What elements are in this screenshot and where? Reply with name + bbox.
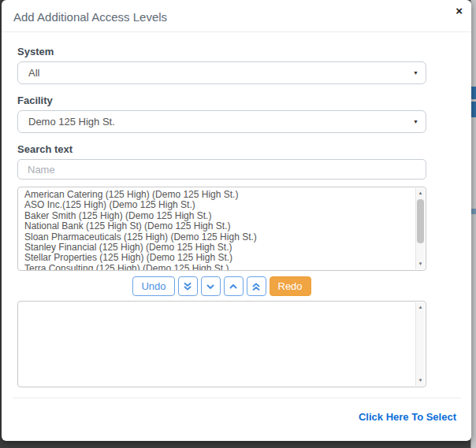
list-item[interactable]: Stanley Financial (125 High) (Demo 125 H…: [24, 243, 415, 253]
page-behind-modal-strip: [470, 0, 476, 448]
facility-select-value: Demo 125 High St.: [28, 116, 115, 128]
chevron-up-icon: [229, 282, 238, 291]
page-behind-blue-block: [470, 102, 476, 117]
dialog-footer: Click Here To Select: [13, 398, 461, 441]
list-item[interactable]: ASO Inc.(125 High) (Demo 125 High St.): [24, 200, 415, 210]
list-item[interactable]: Sloan Pharmaceuticals (125 High) (Demo 1…: [24, 232, 415, 243]
dialog-header: Add Additional Access Levels ×: [2, 0, 471, 32]
list-item[interactable]: Stellar Properties (125 High) (Demo 125 …: [24, 253, 415, 263]
facility-field-group: Facility Demo 125 High St. ▼: [17, 94, 426, 133]
scroll-up-icon[interactable]: ▲: [416, 303, 425, 312]
facility-select[interactable]: Demo 125 High St. ▼: [17, 110, 426, 133]
system-field-group: System All ▼: [17, 46, 426, 84]
undo-button[interactable]: Undo: [132, 276, 174, 296]
list-item[interactable]: Terra Consulting (125 High) (Demo 125 Hi…: [24, 264, 415, 271]
selected-access-levels-list[interactable]: ▲ ▼: [17, 301, 426, 387]
scroll-down-icon[interactable]: ▼: [416, 260, 425, 268]
chevron-down-icon: [206, 282, 215, 291]
move-up-button[interactable]: [224, 276, 244, 296]
close-icon[interactable]: ×: [456, 4, 463, 18]
search-label: Search text: [17, 143, 426, 155]
chevron-down-icon: ▼: [413, 62, 418, 83]
available-list-items: American Catering (125 High) (Demo 125 H…: [24, 190, 415, 271]
page-behind-blue-block: [470, 87, 476, 99]
list-item[interactable]: Baker Smith (125 High) (Demo 125 High St…: [24, 211, 415, 221]
chevrons-double-down-icon: [183, 282, 192, 291]
add-access-levels-dialog: Add Additional Access Levels × System Al…: [2, 0, 471, 441]
redo-button[interactable]: Redo: [270, 276, 311, 296]
system-label: System: [17, 46, 426, 57]
scrollbar-thumb[interactable]: [417, 199, 424, 243]
available-access-levels-list[interactable]: American Catering (125 High) (Demo 125 H…: [17, 187, 426, 271]
click-here-to-select-link[interactable]: Click Here To Select: [359, 411, 456, 423]
search-field-group: Search text: [17, 143, 426, 180]
move-down-button[interactable]: [201, 276, 221, 296]
scroll-up-icon[interactable]: ▲: [416, 189, 425, 198]
scroll-down-icon[interactable]: ▼: [416, 376, 425, 385]
dialog-title: Add Additional Access Levels: [13, 10, 459, 24]
list-item[interactable]: National Bank (125 High St) (Demo 125 Hi…: [24, 221, 415, 231]
list-scrollbar[interactable]: ▲ ▼: [415, 188, 425, 269]
move-all-up-button[interactable]: [247, 276, 266, 296]
search-input[interactable]: [17, 159, 426, 180]
list-scrollbar[interactable]: ▲ ▼: [415, 302, 425, 386]
move-buttons-row: Undo: [17, 276, 426, 296]
system-select-value: All: [28, 67, 39, 79]
chevron-down-icon: ▼: [413, 111, 418, 132]
list-item[interactable]: American Catering (125 High) (Demo 125 H…: [24, 190, 415, 200]
page-behind-blue-block: [470, 209, 476, 214]
system-select[interactable]: All ▼: [17, 61, 426, 84]
chevrons-double-up-icon: [251, 282, 261, 291]
facility-label: Facility: [17, 94, 426, 106]
dialog-body: System All ▼ Facility Demo 125 High St. …: [2, 32, 471, 398]
move-all-down-button[interactable]: [178, 276, 198, 296]
